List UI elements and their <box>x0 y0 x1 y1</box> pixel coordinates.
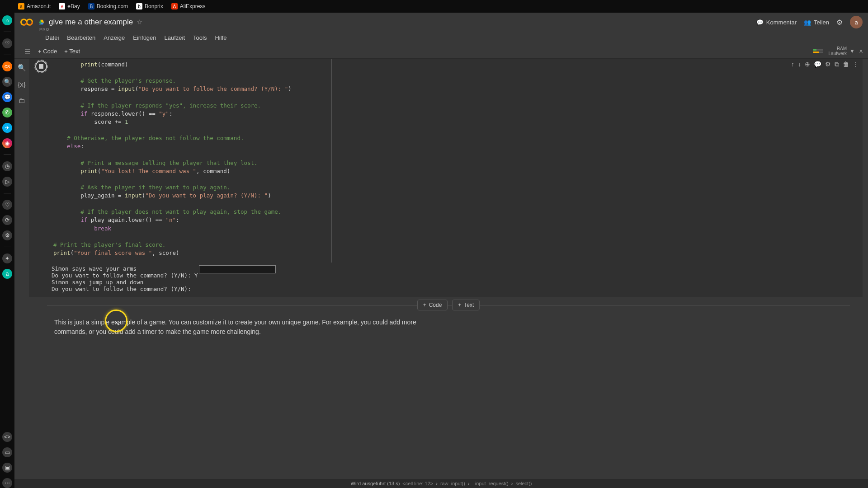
collapse-up-icon[interactable]: ʌ <box>859 48 863 54</box>
status-bar: Wird ausgeführt (13 s) <cell line: 12>› … <box>14 479 868 488</box>
play-icon[interactable]: ▷ <box>2 177 12 187</box>
comment-cell-icon[interactable]: 💬 <box>814 61 821 68</box>
insert-code-label: Code <box>429 302 442 308</box>
aliexpress-icon: A <box>171 3 178 9</box>
avatar-rail-icon[interactable]: a <box>2 269 12 279</box>
delete-cell-icon[interactable]: 🗑 <box>843 61 849 68</box>
opera-sidebar: ⌂ ♡ cs 🔍 💬 ✆ ✈ ◉ ◷ ▷ ♡ ⟳ ⚙ ✦ a <> ▭ ▣ ⋯ <box>0 13 14 488</box>
home-icon[interactable]: ⌂ <box>2 15 12 25</box>
heart-outline-icon[interactable]: ♡ <box>2 38 12 48</box>
bookmark-amazon[interactable]: aAmazon.it <box>18 3 51 9</box>
search-icon[interactable]: 🔍 <box>2 77 12 87</box>
left-tool-rail: 🔍 {x} 🗀 <box>14 59 29 488</box>
colab-logo-icon <box>20 15 33 29</box>
code-editor[interactable]: print(command) # Get the player's respon… <box>52 59 332 263</box>
pro-badge: PRO <box>39 27 863 32</box>
document-title[interactable]: give me a other example ☆ <box>38 18 142 27</box>
menu-bar: Datei Bearbeiten Anzeige Einfügen Laufze… <box>20 32 863 44</box>
instagram-icon[interactable]: ◉ <box>2 138 12 148</box>
resource-bars <box>813 49 823 53</box>
terminal-rail-icon[interactable]: ▣ <box>2 463 12 473</box>
menu-einfuegen[interactable]: Einfügen <box>133 34 156 41</box>
link-icon[interactable]: ⊕ <box>805 61 810 68</box>
add-code-button[interactable]: + Code <box>34 46 61 56</box>
insert-code-button[interactable]: +Code <box>417 300 448 310</box>
menu-tools[interactable]: Tools <box>193 34 207 41</box>
booking-icon: B <box>88 3 94 9</box>
move-up-icon[interactable]: ↑ <box>791 61 794 68</box>
find-icon[interactable]: 🔍 <box>17 63 26 72</box>
bookmark-label: Booking.com <box>97 3 128 9</box>
insert-cell-bar: +Code +Text <box>29 297 868 313</box>
bookmark-aliexpress[interactable]: AAliExpress <box>171 3 206 9</box>
bookmark-ebay[interactable]: eeBay <box>59 3 80 9</box>
output-text: Simon says wave your arms Do you want to… <box>52 265 198 292</box>
cell-output: Simon says wave your arms Do you want to… <box>31 263 863 297</box>
text-cell[interactable]: This is just a simple example of a game.… <box>29 313 436 346</box>
refresh-icon[interactable]: ⟳ <box>2 215 12 225</box>
bookmark-label: Amazon.it <box>27 3 51 9</box>
status-crumb: raw_input() <box>440 481 465 486</box>
bookmark-booking[interactable]: BBooking.com <box>88 3 128 9</box>
status-crumb: select() <box>515 481 532 486</box>
menu-datei[interactable]: Datei <box>45 34 59 41</box>
ram-label: RAM <box>837 46 847 51</box>
user-avatar[interactable]: a <box>850 16 863 28</box>
drive-icon <box>38 19 45 26</box>
spinner-icon <box>34 60 48 73</box>
heart-icon[interactable]: ♡ <box>2 200 12 210</box>
clock-icon[interactable]: ◷ <box>2 161 12 171</box>
bookmark-label: AliExpress <box>180 3 206 9</box>
bookmark-bonprix[interactable]: bBonprix <box>136 3 163 9</box>
status-crumb: _input_request() <box>472 481 509 486</box>
disk-label: Laufwerk <box>829 51 847 56</box>
mirror-icon[interactable]: ⧉ <box>835 61 839 68</box>
comment-icon: 💬 <box>756 19 764 26</box>
toc-icon[interactable]: ☰ <box>23 47 32 56</box>
plus-icon: + <box>458 302 461 308</box>
code-icon[interactable]: <> <box>2 432 12 442</box>
star-icon[interactable]: ☆ <box>137 18 142 26</box>
more-icon[interactable]: ⋯ <box>2 478 12 488</box>
whatsapp-icon[interactable]: ✆ <box>2 108 12 117</box>
telegram-icon[interactable]: ✈ <box>2 123 12 133</box>
add-text-button[interactable]: + Text <box>61 46 84 56</box>
status-running: Wird ausgeführt (13 s) <box>351 481 400 486</box>
menu-anzeige[interactable]: Anzeige <box>104 34 125 41</box>
toolbar: ☰ + Code + Text RAM Laufwerk ▼ <box>14 44 868 59</box>
gear-icon[interactable]: ⚙ <box>836 18 843 27</box>
stdin-input[interactable] <box>199 265 276 273</box>
bookmark-label: Bonprix <box>145 3 163 9</box>
notebook-area: ↑ ↓ ⊕ 💬 ⚙ ⧉ 🗑 ⋮ <box>29 59 868 488</box>
share-label: Teilen <box>814 19 829 26</box>
messenger-icon[interactable]: 💬 <box>2 92 12 102</box>
comment-button[interactable]: 💬Kommentar <box>756 19 797 26</box>
more-cell-icon[interactable]: ⋮ <box>853 61 859 68</box>
share-button[interactable]: 👥Teilen <box>804 19 829 26</box>
wand-icon[interactable]: ✦ <box>2 253 12 263</box>
ebay-icon: e <box>59 3 65 9</box>
run-cell-button[interactable] <box>35 61 47 72</box>
insert-text-label: Text <box>464 302 474 308</box>
insert-text-button[interactable]: +Text <box>452 300 480 310</box>
panel-icon[interactable]: ▭ <box>2 447 12 457</box>
resource-dropdown-icon[interactable]: ▼ <box>849 48 855 54</box>
code-cell[interactable]: ↑ ↓ ⊕ 💬 ⚙ ⧉ 🗑 ⋮ <box>29 59 863 297</box>
browser-bookmark-bar: aAmazon.it eeBay BBooking.com bBonprix A… <box>0 0 868 13</box>
cs-icon[interactable]: cs <box>2 61 12 71</box>
comment-label: Kommentar <box>766 19 797 26</box>
move-down-icon[interactable]: ↓ <box>798 61 801 68</box>
colab-header: give me a other example ☆ 💬Kommentar 👥Te… <box>14 13 868 44</box>
menu-laufzeit[interactable]: Laufzeit <box>165 34 185 41</box>
menu-bearbeiten[interactable]: Bearbeiten <box>67 34 95 41</box>
share-icon: 👥 <box>804 19 811 26</box>
doc-title-text: give me a other example <box>49 18 133 27</box>
menu-hilfe[interactable]: Hilfe <box>215 34 226 41</box>
cell-toolbar: ↑ ↓ ⊕ 💬 ⚙ ⧉ 🗑 ⋮ <box>791 61 859 68</box>
gear-rail-icon[interactable]: ⚙ <box>2 230 12 240</box>
amazon-icon: a <box>18 3 24 9</box>
bonprix-icon: b <box>136 3 142 9</box>
files-icon[interactable]: 🗀 <box>17 96 26 105</box>
variables-icon[interactable]: {x} <box>17 80 26 89</box>
settings-cell-icon[interactable]: ⚙ <box>825 61 831 68</box>
